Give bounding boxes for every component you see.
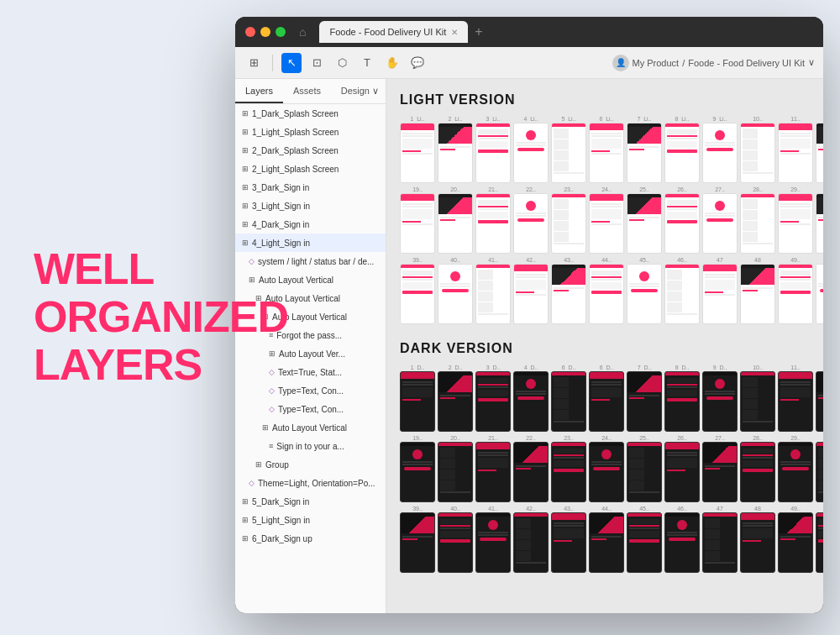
screen-thumb[interactable] [438, 193, 473, 254]
screen-thumb[interactable] [778, 264, 813, 324]
layer-item[interactable]: ⊞Group [235, 455, 386, 474]
layer-item[interactable]: ⊞5_Dark_Sign in [235, 492, 386, 511]
screen-thumb-dark[interactable] [740, 512, 775, 573]
layer-item[interactable]: ⊞1_Dark_Splash Screen [235, 104, 386, 123]
select-tool[interactable]: ↖ [281, 53, 302, 73]
layer-item[interactable]: ⊞4_Dark_Sign in [235, 215, 386, 234]
screen-thumb-dark[interactable] [513, 512, 549, 573]
screen-thumb-dark[interactable] [475, 442, 511, 502]
screen-thumb-dark[interactable] [664, 442, 700, 502]
minimize-button[interactable] [260, 27, 270, 37]
screen-thumb-dark[interactable] [551, 371, 586, 432]
screen-thumb[interactable] [816, 123, 823, 183]
layer-item[interactable]: ◇Type=Text, Con... [235, 400, 386, 418]
layer-item[interactable]: ⊞1_Light_Splash Screen [235, 123, 386, 141]
screen-thumb[interactable] [589, 193, 624, 254]
layer-item[interactable]: ⊞3_Light_Sign in [235, 197, 386, 215]
tab-layers[interactable]: Layers [235, 79, 283, 103]
screen-thumb-dark[interactable] [589, 371, 624, 432]
layer-item[interactable]: ⊞5_Light_Sign in [235, 511, 386, 529]
canvas-area[interactable]: LIGHT VERSION 1_Li..2_Li..3_Li..4_Li..5_… [386, 79, 823, 613]
screen-thumb[interactable] [400, 123, 435, 183]
screen-thumb-dark[interactable] [627, 512, 662, 573]
screen-thumb[interactable] [740, 193, 775, 254]
screen-thumb[interactable] [702, 193, 738, 254]
screen-thumb-dark[interactable] [778, 512, 813, 573]
screen-thumb[interactable] [816, 193, 823, 254]
screen-thumb[interactable] [702, 123, 738, 183]
screen-thumb[interactable] [513, 264, 549, 324]
tab-design[interactable]: Design ∨ [341, 79, 386, 103]
screen-thumb[interactable] [778, 123, 813, 183]
screen-thumb-dark[interactable] [816, 371, 823, 432]
screen-thumb-dark[interactable] [627, 442, 662, 502]
screen-thumb-dark[interactable] [702, 512, 738, 573]
screen-thumb-dark[interactable] [438, 512, 473, 573]
screen-thumb-dark[interactable] [475, 371, 511, 432]
screen-thumb-dark[interactable] [702, 442, 738, 502]
screen-thumb[interactable] [589, 264, 624, 324]
layer-item[interactable]: ⊞2_Light_Splash Screen [235, 160, 386, 178]
screen-thumb-dark[interactable] [551, 512, 586, 573]
screen-thumb[interactable] [740, 123, 775, 183]
screen-thumb-dark[interactable] [400, 442, 435, 502]
screen-thumb[interactable] [551, 193, 586, 254]
layer-item[interactable]: ⊞Auto Layout Vertical [235, 418, 386, 437]
screen-thumb-dark[interactable] [627, 371, 662, 432]
screen-thumb[interactable] [513, 123, 549, 183]
active-tab[interactable]: Foode - Food Delivery UI Kit ✕ [319, 21, 468, 43]
screen-thumb[interactable] [664, 264, 700, 324]
screen-thumb-dark[interactable] [589, 512, 624, 573]
frame-tool[interactable]: ⊡ [307, 53, 327, 73]
layer-item[interactable]: ⊞2_Dark_Splash Screen [235, 141, 386, 160]
screen-thumb-dark[interactable] [740, 442, 775, 502]
close-button[interactable] [245, 27, 255, 37]
screen-thumb[interactable] [627, 123, 662, 183]
screen-thumb[interactable] [551, 123, 586, 183]
screen-thumb[interactable] [627, 193, 662, 254]
screen-thumb[interactable] [400, 264, 435, 324]
screen-thumb-dark[interactable] [513, 371, 549, 432]
grid-tool[interactable]: ⊞ [244, 53, 264, 73]
screen-thumb-dark[interactable] [589, 442, 624, 502]
new-tab-button[interactable]: + [475, 24, 482, 39]
screen-thumb-dark[interactable] [400, 512, 435, 573]
screen-thumb[interactable] [589, 123, 624, 183]
maximize-button[interactable] [276, 27, 286, 37]
tab-close-icon[interactable]: ✕ [451, 28, 458, 37]
screen-thumb-dark[interactable] [740, 371, 775, 432]
hand-tool[interactable]: ✋ [382, 53, 402, 73]
screen-thumb[interactable] [475, 193, 511, 254]
screen-thumb[interactable] [778, 193, 813, 254]
text-tool[interactable]: T [357, 53, 377, 73]
screen-thumb-dark[interactable] [513, 442, 549, 502]
layer-item[interactable]: ⊞3_Dark_Sign in [235, 178, 386, 197]
screen-thumb-dark[interactable] [664, 512, 700, 573]
screen-thumb[interactable] [702, 264, 738, 324]
screen-thumb[interactable] [551, 264, 586, 324]
screen-thumb[interactable] [740, 264, 775, 324]
screen-thumb-dark[interactable] [664, 371, 700, 432]
screen-thumb-dark[interactable] [551, 442, 586, 502]
shape-tool[interactable]: ⬡ [332, 53, 352, 73]
layer-item[interactable]: ≡Sign in to your a... [235, 437, 386, 455]
screen-thumb[interactable] [475, 123, 511, 183]
screen-thumb-dark[interactable] [438, 371, 473, 432]
screen-thumb[interactable] [438, 264, 473, 324]
screen-thumb[interactable] [400, 193, 435, 254]
screen-thumb[interactable] [438, 123, 473, 183]
screen-thumb-dark[interactable] [702, 371, 738, 432]
screen-thumb-dark[interactable] [816, 442, 823, 502]
layer-item[interactable]: ◇Theme=Light, Orientation=Po... [235, 474, 386, 492]
screen-thumb-dark[interactable] [475, 512, 511, 573]
layer-item[interactable]: ⊞6_Dark_Sign up [235, 529, 386, 548]
screen-thumb-dark[interactable] [816, 512, 823, 573]
screen-thumb-dark[interactable] [778, 442, 813, 502]
tab-assets[interactable]: Assets [283, 79, 331, 103]
screen-thumb-dark[interactable] [778, 371, 813, 432]
screen-thumb[interactable] [513, 193, 549, 254]
screen-thumb[interactable] [664, 193, 700, 254]
screen-thumb[interactable] [627, 264, 662, 324]
screen-thumb[interactable] [475, 264, 511, 324]
home-icon[interactable]: ⌂ [299, 25, 306, 39]
